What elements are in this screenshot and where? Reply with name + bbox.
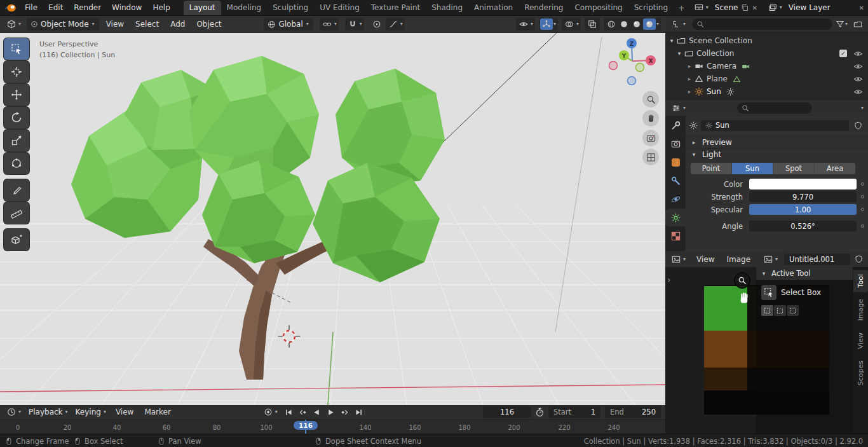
eye-icon[interactable] — [853, 62, 863, 71]
new-collection-button[interactable] — [851, 18, 864, 30]
navigation-gizmo[interactable]: Z Y X — [607, 36, 658, 86]
tool-annotate-button[interactable] — [4, 179, 29, 201]
caret-down-icon[interactable]: ▾ — [668, 38, 675, 44]
gizmos-dropdown[interactable]: ▾ — [539, 18, 558, 31]
viewport-camera-view-button[interactable] — [642, 130, 659, 146]
timeline-ruler[interactable]: 0 20 40 60 80 100 140 160 180 200 220 24… — [0, 420, 665, 434]
image-menu-view[interactable]: View — [692, 253, 719, 266]
light-type-area[interactable]: Area — [815, 163, 855, 174]
caret-right-icon[interactable]: ▸ — [686, 89, 693, 95]
menu-render[interactable]: Render — [69, 1, 106, 14]
panel-light[interactable]: ▾ Light — [686, 148, 868, 160]
workspace-tab-compositing[interactable]: Compositing — [569, 1, 628, 15]
tool-transform-button[interactable] — [4, 153, 29, 174]
menu-edit[interactable]: Edit — [43, 1, 68, 14]
select-mode-extend-button[interactable] — [774, 305, 786, 316]
editor-type-selector[interactable]: ▾ — [4, 18, 24, 31]
play-reverse-button[interactable] — [311, 406, 323, 418]
strength-field[interactable]: 9.770 — [749, 191, 857, 202]
mesh-data-icon[interactable] — [733, 75, 741, 83]
workspace-tab-rendering[interactable]: Rendering — [519, 1, 569, 15]
animate-dot[interactable] — [861, 195, 864, 198]
collection-checkbox[interactable]: ✓ — [839, 50, 847, 57]
timeline-menu-view[interactable]: View — [111, 406, 138, 418]
tool-cursor-button[interactable] — [4, 61, 29, 83]
caret-right-icon[interactable]: ▸ — [686, 64, 693, 69]
image-zoom-button[interactable] — [734, 272, 750, 289]
tab-constraints[interactable] — [665, 172, 686, 189]
tool-scale-button[interactable] — [4, 130, 29, 151]
outliner-filter-button[interactable]: ▾ — [836, 18, 848, 30]
fake-user-shield-button[interactable] — [853, 254, 864, 265]
jump-to-end-button[interactable] — [353, 406, 365, 418]
mode-dropdown[interactable]: Object Mode ▾ — [27, 18, 99, 31]
viewport-menu-object[interactable]: Object — [192, 18, 226, 31]
tool-measure-button[interactable] — [4, 202, 29, 224]
timeline-menu-marker[interactable]: Marker — [140, 406, 175, 418]
image-menu-image[interactable]: Image — [722, 253, 756, 266]
stopwatch-icon[interactable] — [535, 408, 545, 417]
scene-selector[interactable]: Scene ✕ — [715, 3, 757, 12]
workspace-tab-shading[interactable]: Shading — [426, 1, 468, 15]
shading-solid-button[interactable] — [618, 18, 630, 30]
close-icon[interactable]: ✕ — [752, 4, 757, 11]
viewport-ortho-toggle-button[interactable] — [642, 149, 659, 165]
xray-toggle[interactable] — [585, 18, 600, 31]
proportional-falloff-dropdown[interactable]: ▾ — [386, 18, 405, 31]
pivot-point-dropdown[interactable]: ▾ — [320, 18, 339, 31]
eye-icon[interactable] — [853, 49, 863, 58]
properties-search-input[interactable] — [737, 102, 812, 114]
outliner-editor-type-selector[interactable]: ▾ — [669, 18, 689, 31]
playhead-frame-badge[interactable]: 116 — [294, 421, 318, 430]
outliner-row-collection[interactable]: ▾ Collection ✓ — [665, 47, 868, 60]
frame-end-field[interactable]: End250 — [605, 406, 661, 418]
viewport-menu-add[interactable]: Add — [166, 18, 189, 31]
blender-logo[interactable] — [4, 3, 17, 13]
eye-icon[interactable] — [853, 74, 863, 84]
overlays-dropdown[interactable]: ▾ — [562, 18, 581, 31]
workspace-tab-scripting[interactable]: Scripting — [628, 1, 674, 15]
gizmo-y-label[interactable]: Y — [621, 53, 627, 59]
tab-physics[interactable] — [665, 190, 686, 208]
viewport-menu-view[interactable]: View — [102, 18, 128, 31]
datablock-name-field[interactable]: Sun — [701, 120, 849, 131]
caret-right-icon[interactable]: ▸ — [686, 76, 693, 82]
menu-window[interactable]: Window — [107, 1, 147, 14]
close-icon[interactable]: ✕ — [859, 4, 864, 11]
chevron-down-icon[interactable]: ▾ — [860, 106, 864, 111]
specular-slider[interactable]: 1.00 — [749, 204, 857, 215]
light-type-sun[interactable]: Sun — [732, 163, 773, 174]
image-datablock-selector[interactable]: ▾ — [761, 253, 781, 266]
tab-object-data[interactable] — [665, 209, 686, 226]
sidebar-tab-scopes[interactable]: Scopes — [853, 356, 868, 390]
tab-object[interactable] — [665, 153, 686, 171]
menu-help[interactable]: Help — [147, 1, 175, 14]
animate-dot[interactable] — [861, 224, 864, 228]
outliner-row-sun[interactable]: ▸ Sun — [665, 85, 868, 98]
gizmo-x-label[interactable]: X — [649, 58, 653, 64]
select-mode-subtract-button[interactable] — [787, 305, 799, 316]
tree-object[interactable] — [71, 56, 445, 380]
tool-add-cube-button[interactable] — [4, 229, 29, 251]
properties-editor-type-selector[interactable]: ▾ — [669, 102, 689, 114]
outliner-search-input[interactable] — [692, 18, 832, 30]
outliner-row-plane[interactable]: ▸ Plane — [665, 72, 868, 85]
sidebar-expand-arrow[interactable]: › — [667, 275, 671, 285]
image-editor-type-selector[interactable]: ▾ — [669, 253, 689, 266]
screen-layout-selector[interactable]: ▾ — [692, 1, 712, 14]
view-layer-selector[interactable]: ▾ — [766, 1, 785, 14]
outliner-row-camera[interactable]: ▸ Camera — [665, 60, 868, 72]
transform-orientation-dropdown[interactable]: Global ▾ — [264, 18, 313, 31]
copy-icon[interactable] — [741, 4, 749, 11]
sidebar-tab-tool[interactable]: Tool — [853, 270, 868, 292]
camera-data-icon[interactable] — [742, 62, 750, 71]
workspace-tab-sculpting[interactable]: Sculpting — [267, 1, 314, 15]
active-tool-row[interactable]: Select Box — [761, 285, 853, 300]
animate-dot[interactable] — [861, 208, 864, 211]
viewport-zoom-button[interactable] — [642, 91, 659, 107]
tab-texture[interactable] — [665, 227, 686, 245]
object-visibility-dropdown[interactable]: ▾ — [516, 18, 535, 31]
angle-field[interactable]: 0.526° — [749, 221, 857, 231]
select-mode-new-button[interactable] — [761, 305, 773, 316]
shading-material-button[interactable] — [630, 18, 643, 30]
